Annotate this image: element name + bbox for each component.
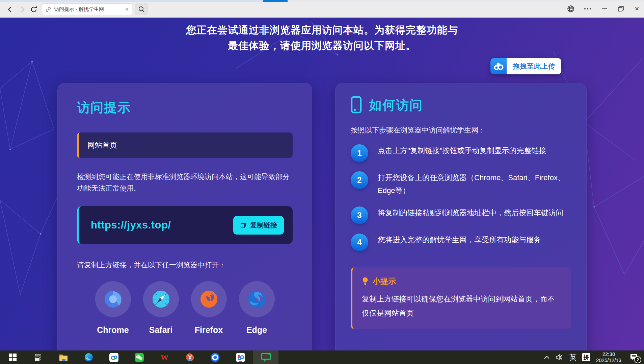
system-tray: 英 拼 22:30 2025/12/13 2 — [544, 350, 644, 364]
file-explorer-button[interactable] — [51, 350, 76, 364]
safari-icon — [143, 281, 179, 317]
step-number-4: 4 — [351, 234, 368, 251]
browser-label-edge: Edge — [239, 325, 275, 335]
tip-title-row: 小提示 — [362, 276, 562, 287]
windows-logo-icon — [8, 353, 17, 362]
blue-browser-icon — [211, 353, 220, 362]
lightbulb-icon — [362, 277, 369, 286]
progress-bar — [263, 0, 288, 2]
edge-icon — [239, 281, 275, 317]
upload-button-label: 拖拽至此上传 — [507, 58, 561, 74]
wps-office-button[interactable]: W — [152, 350, 177, 364]
detection-description: 检测到您可能正在使用非标准浏览器环境访问本站，这可能导致部分功能无法正常使用。 — [77, 171, 293, 194]
speaker-icon[interactable] — [556, 354, 564, 361]
browser-item-firefox[interactable]: Firefox — [191, 281, 227, 335]
address-tab[interactable]: 访问提示 - 解忧学生网 ✕ — [42, 3, 132, 15]
how-to-access-card: 如何访问 按照以下步骤在浏览器中访问解忧学生网： 1 点击上方"复制链接"按钮或… — [335, 83, 587, 350]
wechat-icon — [135, 353, 144, 362]
close-window-button[interactable]: ✕ — [632, 4, 642, 14]
baidu-cloud-icon — [493, 62, 504, 71]
back-button[interactable] — [5, 5, 15, 14]
edge-taskbar-button[interactable] — [76, 350, 101, 364]
copy-icon — [240, 222, 247, 228]
link-icon — [45, 6, 51, 13]
search-button[interactable] — [135, 3, 147, 15]
browser-label-firefox: Firefox — [191, 325, 227, 335]
tab-close-button[interactable]: ✕ — [125, 7, 129, 12]
url-box: https://jyxs.top/ 复制链接 — [77, 206, 293, 244]
step-row-1: 1 点击上方"复制链接"按钮或手动复制显示的完整链接 — [351, 144, 571, 162]
notification-center-button[interactable]: 2 — [627, 351, 641, 363]
step-row-4: 4 您将进入完整的解忧学生网，享受所有功能与服务 — [351, 234, 571, 251]
steps-intro: 按照以下步骤在浏览器中访问解忧学生网： — [351, 125, 571, 135]
minimize-icon — [602, 8, 607, 9]
scissors-icon — [186, 353, 194, 362]
step-row-2: 2 打开您设备上的任意浏览器（Chrome、Safari、Firefox、Edg… — [351, 171, 571, 197]
tab-title: 访问提示 - 解忧学生网 — [54, 6, 122, 13]
step-row-3: 3 将复制的链接粘贴到浏览器地址栏中，然后按回车键访问 — [351, 207, 571, 224]
step-text-1: 点击上方"复制链接"按钮或手动复制显示的完整链接 — [378, 144, 571, 162]
step-text-4: 您将进入完整的解忧学生网，享受所有功能与服务 — [378, 234, 571, 251]
access-notice-card: 访问提示 网站首页 检测到您可能正在使用非标准浏览器环境访问本站，这可能导致部分… — [57, 83, 312, 350]
browser-label-chrome: Chrome — [95, 325, 131, 335]
minimize-button[interactable] — [599, 4, 610, 14]
restore-button[interactable] — [616, 4, 626, 14]
titlebar-accent-strip-right — [288, 0, 644, 2]
wps-office-icon: W — [161, 353, 169, 362]
browser-titlebar: 访问提示 - 解忧学生网 ✕ ✕ — [0, 0, 644, 18]
restore-icon — [617, 5, 624, 13]
drag-upload-button[interactable]: 拖拽至此上传 — [490, 58, 561, 74]
baidu-netdisk-button[interactable] — [228, 350, 253, 364]
baidu-cloud-app-button[interactable] — [101, 350, 127, 364]
network-globe-button[interactable] — [566, 4, 576, 14]
step-text-2: 打开您设备上的任意浏览器（Chrome、Safari、Firefox、Edge等… — [378, 171, 571, 197]
phone-icon — [351, 96, 362, 114]
tray-time: 22:30 — [596, 351, 621, 357]
forward-button[interactable] — [18, 5, 27, 14]
green-window-icon — [261, 353, 271, 362]
ime-language-indicator[interactable]: 英 — [569, 353, 576, 362]
back-icon — [6, 5, 14, 14]
screen: 访问提示 - 解忧学生网 ✕ ✕ — [0, 0, 644, 364]
site-name-box: 网站首页 — [77, 132, 293, 158]
firefox-icon — [191, 281, 227, 317]
step-number-1: 1 — [351, 144, 368, 162]
notification-badge: 2 — [634, 356, 641, 363]
blue-browser-button[interactable] — [203, 350, 228, 364]
start-button[interactable] — [0, 350, 25, 364]
step-number-3: 3 — [351, 207, 368, 224]
more-menu-button[interactable] — [583, 4, 593, 14]
tray-date: 2025/12/13 — [596, 357, 621, 363]
browser-list: Chrome — [77, 281, 293, 335]
step-number-2: 2 — [351, 171, 368, 189]
page-heading: 您正在尝试通过非浏览器应用访问本站。为获得完整功能与 最佳体验，请使用浏览器访问… — [0, 22, 644, 53]
green-window-app-button[interactable] — [253, 350, 278, 364]
taskbar-clock[interactable]: 22:30 2025/12/13 — [596, 351, 621, 363]
refresh-icon — [30, 5, 38, 14]
taskbar-app-icons: W — [0, 350, 278, 364]
browser-item-safari[interactable]: Safari — [143, 281, 179, 335]
windows-taskbar: W — [0, 350, 644, 364]
wechat-button[interactable] — [127, 350, 152, 364]
ime-pinyin-indicator[interactable]: 拼 — [582, 353, 590, 361]
titlebar-accent-strip — [0, 0, 263, 2]
refresh-button[interactable] — [29, 5, 38, 14]
upload-icon-tile — [490, 58, 507, 74]
tip-box: 小提示 复制上方链接可以确保您在浏览器中访问到网站首页，而不仅仅是网站首页 — [351, 267, 571, 329]
browser-item-edge[interactable]: Edge — [239, 281, 275, 335]
task-view-button[interactable] — [25, 350, 51, 364]
browser-item-chrome[interactable]: Chrome — [95, 281, 131, 335]
clip-tool-button[interactable] — [177, 350, 203, 364]
chrome-icon — [95, 281, 131, 317]
task-view-icon — [34, 353, 43, 362]
baidu-netdisk-icon — [236, 353, 245, 362]
browsers-hint: 请复制上方链接，并在以下任一浏览器中打开： — [77, 260, 293, 270]
left-card-title: 访问提示 — [77, 99, 293, 116]
heading-line-1: 您正在尝试通过非浏览器应用访问本站。为获得完整功能与 — [0, 22, 644, 38]
tray-chevron-icon[interactable] — [544, 356, 550, 359]
copy-link-button[interactable]: 复制链接 — [233, 216, 284, 235]
globe-icon — [567, 5, 575, 13]
right-card-title: 如何访问 — [369, 97, 423, 114]
baidu-cloud-app-icon — [109, 353, 118, 362]
close-icon: ✕ — [635, 6, 639, 12]
